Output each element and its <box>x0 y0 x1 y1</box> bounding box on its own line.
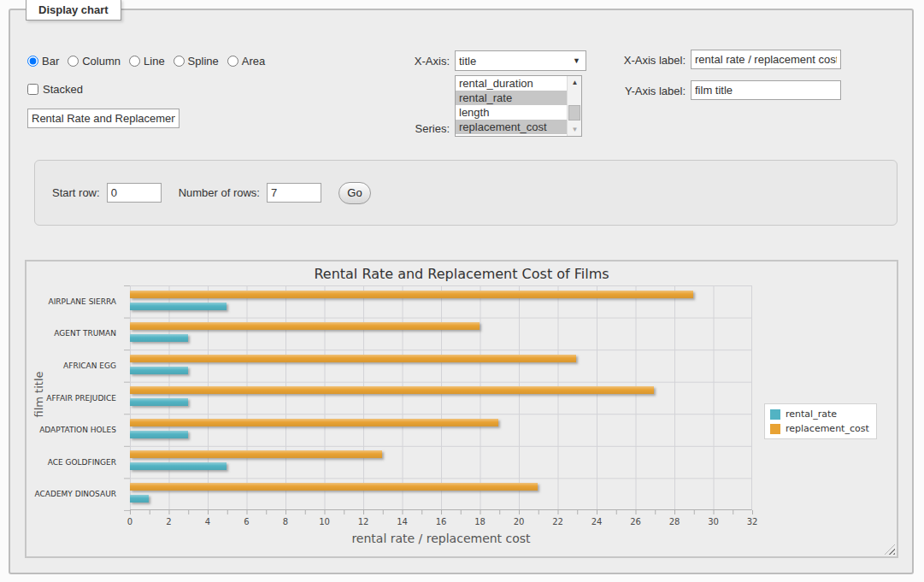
chart-title: Rental Rate and Replacement Cost of Film… <box>26 266 897 282</box>
legend-label: rental_rate <box>786 409 837 420</box>
x-tick-label: 2 <box>166 517 171 526</box>
bar-rental_rate <box>130 398 188 406</box>
legend-item-replacement_cost[interactable]: replacement_cost <box>770 423 869 434</box>
num-rows-label: Number of rows: <box>179 186 260 199</box>
chart-title-input[interactable] <box>27 109 180 128</box>
plot-area <box>130 285 752 510</box>
x-tick-label: 6 <box>244 517 249 526</box>
series-options: rental_durationrental_ratelengthreplacem… <box>456 76 567 136</box>
resize-grip-icon[interactable] <box>885 544 895 555</box>
category-band <box>130 381 751 413</box>
num-rows-input[interactable] <box>267 183 321 203</box>
category-label: AIRPLANE SIERRA <box>26 285 124 318</box>
series-option-rental_rate[interactable]: rental_rate <box>456 91 567 105</box>
start-row-input[interactable] <box>107 183 162 203</box>
x-axis-select[interactable]: title ▼ <box>455 50 586 71</box>
listbox-scrollbar[interactable]: ▲ ▼ <box>567 76 581 136</box>
series-option-length[interactable]: length <box>456 105 567 120</box>
y-axis-label-input[interactable] <box>691 80 841 100</box>
category-label: ACE GOLDFINGER <box>26 446 124 479</box>
x-axis-tick-marks <box>130 510 753 514</box>
legend-swatch <box>770 409 780 420</box>
category-band <box>130 285 751 317</box>
chart-container: Rental Rate and Replacement Cost of Film… <box>25 260 898 558</box>
category-label: ADAPTATION HOLES <box>26 414 124 446</box>
x-tick-label: 16 <box>436 517 447 526</box>
chart-type-option-spline[interactable]: Spline <box>174 55 219 68</box>
x-axis-selected-value: title <box>459 55 573 68</box>
stacked-label: Stacked <box>43 83 83 96</box>
x-tick-label: 20 <box>514 517 525 526</box>
chart-type-option-column[interactable]: Column <box>68 55 121 68</box>
chart-type-radio-line[interactable] <box>129 56 140 67</box>
x-tick-label: 30 <box>708 517 719 526</box>
stacked-option[interactable]: Stacked <box>27 83 83 96</box>
scroll-up-icon[interactable]: ▲ <box>568 76 582 89</box>
x-axis-select-label: X-Axis: <box>376 55 450 68</box>
series-option-rental_duration[interactable]: rental_duration <box>456 76 567 91</box>
x-tick-label: 24 <box>591 517 603 526</box>
chart-legend: rental_ratereplacement_cost <box>764 403 877 439</box>
x-tick-label: 26 <box>630 517 641 526</box>
bar-rental_rate <box>130 462 227 470</box>
bar-replacement_cost <box>130 386 654 394</box>
go-button[interactable]: Go <box>338 182 371 204</box>
bar-rental_rate <box>130 495 149 503</box>
chart-type-label: Column <box>82 55 121 68</box>
x-tick-label: 32 <box>747 517 758 526</box>
legend-swatch <box>770 424 780 434</box>
fieldset-legend-title: Display chart <box>26 0 121 21</box>
chart-type-radio-spline[interactable] <box>174 56 185 67</box>
category-label: ACADEMY DINOSAUR <box>26 478 124 510</box>
x-tick-label: 8 <box>283 517 288 526</box>
bar-replacement_cost <box>130 450 382 458</box>
scrollbar-thumb[interactable] <box>568 105 580 121</box>
chart-type-option-bar[interactable]: Bar <box>27 55 59 68</box>
scroll-down-icon[interactable]: ▼ <box>568 123 582 136</box>
legend-label: replacement_cost <box>786 423 869 434</box>
chart-type-label: Line <box>144 55 165 68</box>
x-tick-label: 14 <box>397 517 408 526</box>
y-axis-tick-marks <box>124 285 130 511</box>
chevron-down-icon: ▼ <box>573 56 582 65</box>
category-label: AGENT TRUMAN <box>26 318 124 350</box>
category-band <box>130 414 751 445</box>
category-band <box>130 478 751 509</box>
chart-type-option-line[interactable]: Line <box>129 55 165 68</box>
chart-type-radio-group: BarColumnLineSplineArea <box>27 55 265 68</box>
y-axis-label-label: Y-Axis label: <box>612 85 686 97</box>
chart-type-label: Area <box>242 55 265 68</box>
chart-type-option-area[interactable]: Area <box>227 55 265 68</box>
legend-item-rental_rate[interactable]: rental_rate <box>770 409 869 420</box>
bar-series-area <box>130 285 751 509</box>
display-chart-fieldset: Display chart BarColumnLineSplineArea St… <box>9 9 914 574</box>
bar-rental_rate <box>130 334 188 342</box>
series-listbox-label: Series: <box>376 122 450 135</box>
bar-replacement_cost <box>130 291 693 298</box>
bar-rental_rate <box>130 367 188 374</box>
chart-type-radio-area[interactable] <box>227 56 238 67</box>
category-label: AFFAIR PREJUDICE <box>26 382 124 414</box>
category-band <box>130 350 751 381</box>
series-option-replacement_cost[interactable]: replacement_cost <box>456 120 567 134</box>
chart-type-radio-column[interactable] <box>68 56 79 67</box>
x-tick-label: 10 <box>319 517 330 526</box>
start-row-label: Start row: <box>52 186 100 199</box>
x-axis-label-input[interactable] <box>691 50 841 69</box>
x-tick-label: 22 <box>552 517 563 526</box>
x-axis-tick-labels: 02468101214161820222426283032 <box>130 517 752 529</box>
bar-rental_rate <box>130 431 188 438</box>
x-tick-label: 18 <box>474 517 486 526</box>
chart-type-label: Bar <box>42 55 59 68</box>
y-axis-category-labels: AIRPLANE SIERRAAGENT TRUMANAFRICAN EGGAF… <box>26 285 124 510</box>
series-listbox[interactable]: rental_durationrental_ratelengthreplacem… <box>455 75 582 137</box>
x-tick-label: 12 <box>358 517 369 526</box>
chart-type-label: Spline <box>188 55 219 68</box>
x-tick-label: 4 <box>205 517 210 526</box>
chart-type-radio-bar[interactable] <box>27 56 38 67</box>
bar-replacement_cost <box>130 322 480 330</box>
x-axis-title: rental rate / replacement cost <box>130 532 752 545</box>
bar-replacement_cost <box>130 483 538 491</box>
stacked-checkbox[interactable] <box>27 84 38 95</box>
bar-replacement_cost <box>130 419 498 426</box>
